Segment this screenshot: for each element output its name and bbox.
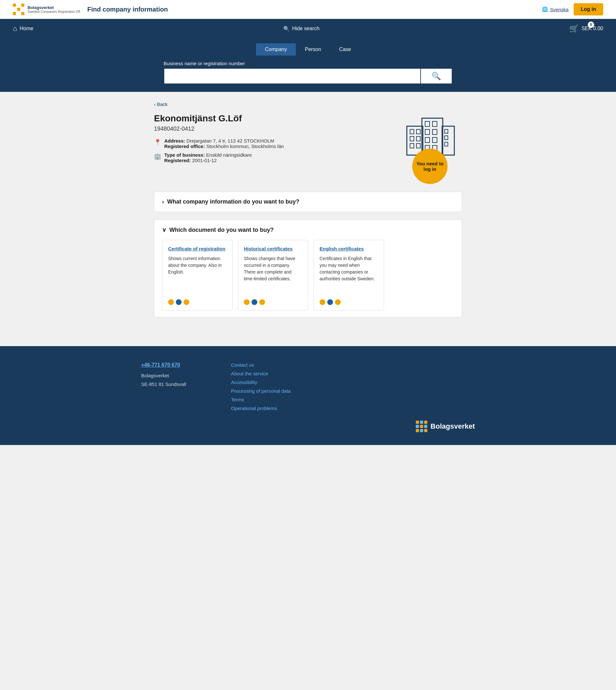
footer-link-personal-data[interactable]: Processing of personal data (231, 388, 291, 394)
search-section: Company Person Case Business name or reg… (0, 38, 616, 92)
footer-link-accessibility[interactable]: Accessibility (231, 379, 291, 385)
svg-rect-6 (416, 144, 420, 148)
footer-logo: Bolagsverket (416, 421, 475, 432)
footer: +46-771 670 670 Bolagsverket SE-851 81 S… (0, 346, 616, 445)
chevron-down-icon: ∨ (162, 226, 166, 233)
document-cards: Certificate of registration Shows curren… (162, 240, 454, 311)
footer-address: Bolagsverket SE-851 81 Sundsvall (141, 371, 205, 389)
business-type-row: 🏢 Type of business: Enskild näringsidkar… (154, 152, 391, 163)
what-info-title: › What company information do you want t… (162, 198, 454, 205)
doc-card-registration[interactable]: Certificate of registration Shows curren… (162, 240, 233, 311)
search-submit-icon: 🔍 (432, 71, 441, 81)
doc-card-desc-2: Certificates in English that you may nee… (320, 255, 378, 282)
cart-nav[interactable]: 0 🛒 SEK 0.00 (569, 24, 603, 33)
footer-logo-text: Bolagsverket (431, 422, 475, 431)
footer-bottom: Bolagsverket (141, 421, 475, 432)
svg-rect-10 (425, 129, 430, 134)
nav-bar: ⌂ Home 🔍 Hide search 0 🛒 SEK 0.00 (0, 19, 616, 38)
which-doc-title: ∨ Which document do you want to buy? (162, 226, 454, 233)
top-bar: Bolagsverket Swedish Companies Registrat… (0, 0, 616, 19)
svg-rect-4 (416, 137, 420, 141)
svg-rect-8 (425, 121, 430, 126)
page-title: Find company information (87, 6, 168, 13)
svg-rect-9 (433, 121, 437, 126)
search-input[interactable] (163, 68, 420, 84)
login-required-badge: You need to log in (412, 149, 447, 184)
home-label: Home (20, 26, 34, 32)
site-name: Bolagsverket (28, 5, 81, 10)
svg-rect-5 (410, 144, 414, 148)
building-icon: 🏢 (154, 153, 161, 160)
svg-rect-19 (445, 142, 448, 146)
tab-company[interactable]: Company (256, 43, 296, 56)
footer-link-contact[interactable]: Contact us (231, 362, 291, 368)
dot-yellow-0 (168, 299, 174, 305)
company-reg-number: 19480402-0412 (154, 126, 391, 132)
footer-inner: +46-771 670 670 Bolagsverket SE-851 81 S… (141, 362, 475, 411)
chevron-right-icon: › (162, 198, 164, 205)
address-info: Address: Drejargatan 7, 4 tr, 113 42 STO… (164, 138, 284, 149)
location-icon: 📍 (154, 139, 161, 146)
company-info: Ekonomitjänst G.Löf 19480402-0412 📍 Addr… (154, 113, 391, 184)
footer-link-about[interactable]: About the service (231, 371, 291, 376)
business-info: Type of business: Enskild näringsidkare … (164, 152, 252, 163)
dot-yellow2-0 (183, 299, 189, 305)
top-right: 🌐 Svenska Log in (542, 3, 603, 15)
company-name: Ekonomitjänst G.Löf (154, 113, 391, 124)
dot-yellow2-2 (335, 299, 341, 305)
home-nav[interactable]: ⌂ Home (13, 24, 34, 33)
svg-rect-1 (410, 129, 414, 134)
svg-rect-18 (445, 136, 448, 140)
doc-card-title-1: Historical certificates (244, 246, 302, 251)
search-field-label: Business name or registration number (163, 61, 453, 66)
company-section: Ekonomitjänst G.Löf 19480402-0412 📍 Addr… (154, 113, 462, 184)
search-row: 🔍 (163, 68, 453, 84)
footer-link-operational[interactable]: Operational problems (231, 405, 291, 411)
logo-text-area: Bolagsverket Swedish Companies Registrat… (28, 5, 81, 14)
footer-links: Contact us About the service Accessibili… (231, 362, 291, 411)
hide-search-label: Hide search (292, 26, 320, 32)
search-button[interactable]: 🔍 (420, 68, 453, 84)
search-icon: 🔍 (283, 26, 290, 32)
svg-rect-17 (445, 129, 448, 133)
back-label: Back (157, 102, 168, 107)
hide-search-button[interactable]: 🔍 Hide search (283, 26, 320, 32)
login-button[interactable]: Log in (574, 3, 603, 15)
footer-phone[interactable]: +46-771 670 670 (141, 362, 180, 368)
svg-rect-2 (416, 129, 420, 134)
main-content: ‹ Back Ekonomitjänst G.Löf 19480402-0412… (141, 92, 475, 327)
card-dots-2 (320, 299, 341, 305)
doc-card-title-0: Certificate of registration (168, 246, 226, 251)
doc-card-desc-1: Shows changes that have occurred in a co… (244, 255, 302, 282)
doc-card-historical[interactable]: Historical certificates Shows changes th… (238, 240, 308, 311)
tab-case[interactable]: Case (330, 43, 360, 56)
search-tabs: Company Person Case (13, 43, 603, 56)
card-dots-1 (244, 299, 265, 305)
dot-yellow-2 (320, 299, 325, 305)
dot-yellow-1 (244, 299, 249, 305)
globe-icon: 🌐 (542, 6, 548, 12)
site-subname: Swedish Companies Registration Off. (28, 10, 81, 14)
svg-rect-3 (410, 137, 414, 141)
doc-card-desc-0: Shows current information about the comp… (168, 255, 226, 275)
address-row: 📍 Address: Drejargatan 7, 4 tr, 113 42 S… (154, 138, 391, 149)
svg-rect-13 (433, 138, 437, 143)
cart-icon: 🛒 (569, 24, 579, 33)
what-info-accordion[interactable]: › What company information do you want t… (154, 192, 462, 212)
tab-person[interactable]: Person (296, 43, 330, 56)
footer-logo-icon (416, 421, 427, 432)
dot-blue-0 (176, 299, 182, 305)
footer-link-terms[interactable]: Terms (231, 397, 291, 402)
dot-blue-2 (327, 299, 333, 305)
dot-blue-1 (251, 299, 257, 305)
svg-rect-12 (425, 138, 430, 143)
back-link[interactable]: ‹ Back (154, 102, 462, 107)
company-graphic: You need to log in (398, 113, 462, 184)
footer-left: +46-771 670 670 Bolagsverket SE-851 81 S… (141, 362, 205, 411)
language-button[interactable]: 🌐 Svenska (542, 6, 569, 12)
doc-card-english[interactable]: English certificates Certificates in Eng… (313, 240, 384, 311)
bolagsverket-logo (13, 3, 24, 15)
home-icon: ⌂ (13, 24, 17, 33)
svg-rect-11 (433, 129, 437, 134)
which-doc-accordion[interactable]: ∨ Which document do you want to buy? Cer… (154, 219, 462, 317)
